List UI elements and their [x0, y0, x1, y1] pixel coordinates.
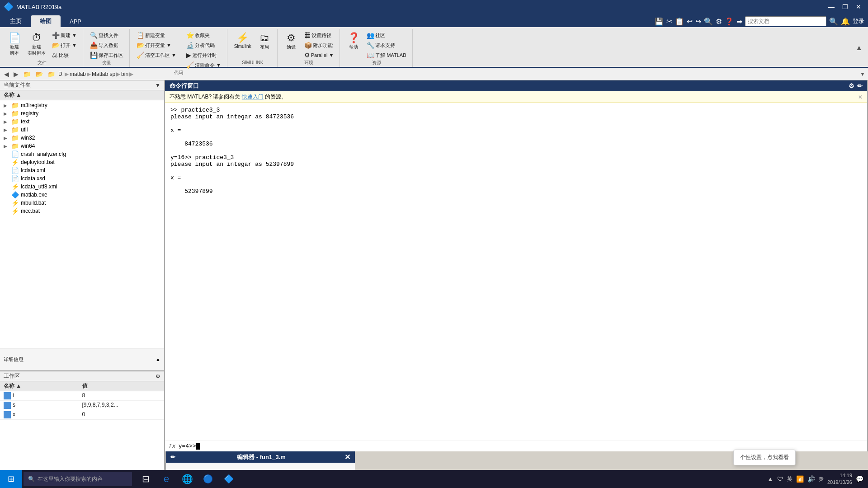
notification-icon[interactable]: 🔔 [841, 17, 850, 26]
addr-dropdown[interactable]: ▼ [860, 71, 865, 77]
list-item[interactable]: ⚡ mbuild.bat [0, 199, 164, 207]
simulink-button[interactable]: ⚡ Simulink [232, 31, 254, 50]
browse-button[interactable]: 📂 [34, 70, 44, 78]
find-files-button[interactable]: 🔍 查找文件 [88, 31, 126, 40]
sys-icon-wifi[interactable]: 📶 [796, 475, 804, 483]
maximize-button[interactable]: ❐ [839, 2, 851, 12]
list-item[interactable]: ⚡ mcc.bat [0, 207, 164, 215]
compare-button[interactable]: ⚖ 比较 [50, 51, 79, 60]
toolbar-icon-3[interactable]: 📋 [675, 17, 684, 26]
sys-icon-shield[interactable]: 🛡 [777, 475, 783, 483]
toolbar-icon-8[interactable]: ❓ [725, 17, 734, 26]
cmd-notice-close[interactable]: ✕ [858, 94, 863, 100]
back-button[interactable]: ◀ [3, 70, 10, 78]
path-part-2[interactable]: Matlab sp [92, 71, 115, 77]
up-button[interactable]: 📁 [22, 70, 32, 78]
toolbar-icon-9[interactable]: ➡ [736, 17, 742, 26]
sys-icon-1[interactable]: ▲ [767, 475, 774, 483]
cmd-settings-icon[interactable]: ⚙ [849, 82, 854, 89]
parallel-button[interactable]: ⚙ Parallel ▼ [302, 51, 336, 60]
list-item[interactable]: ⚡ lcdata_utf8.xml [0, 183, 164, 191]
analyze-code-button[interactable]: 🔬 分析代码 [184, 41, 223, 50]
details-expand[interactable]: ▲ [156, 357, 160, 362]
cmd-line-8: y=16>> practice3_3 [170, 154, 862, 161]
request-support-button[interactable]: 🔧 请求支持 [364, 41, 408, 50]
cmd-notice-link[interactable]: 快速入门 [242, 94, 264, 100]
login-label[interactable]: 登录 [853, 17, 864, 25]
ws-row-s[interactable]: s [9,9,8,7,9,3,2... [0, 401, 164, 410]
tab-home[interactable]: 主页 [1, 15, 31, 27]
list-item[interactable]: ▶ 📁 registry [0, 109, 164, 117]
editor-body[interactable] [166, 463, 355, 470]
list-item[interactable]: ▶ 📁 text [0, 117, 164, 126]
preferences-button[interactable]: ⚙ 预设 [282, 31, 300, 52]
cmd-line-13: 52397899 [170, 188, 862, 195]
toolbar-icon-7[interactable]: ⚙ [716, 17, 722, 26]
taskbar-app-matlab[interactable]: 🔷 [219, 470, 239, 488]
community-button[interactable]: 👥 社区 [364, 31, 408, 40]
open-button[interactable]: 📂 打开 ▼ [50, 41, 79, 50]
minimize-button[interactable]: — [826, 2, 837, 12]
list-item[interactable]: ⚡ deploytool.bat [0, 158, 164, 166]
file-browser-menu[interactable]: ▼ [155, 82, 160, 89]
learn-matlab-button[interactable]: 📖 了解 MATLAB [364, 51, 408, 60]
taskbar-search[interactable]: 🔍 在这里输入你要搜索的内容 [24, 472, 132, 486]
taskbar-app-browser2[interactable]: 🔵 [198, 470, 218, 488]
editor-close-button[interactable]: ✕ [344, 453, 350, 461]
close-button[interactable]: ✕ [853, 2, 864, 12]
search-icon[interactable]: 🔍 [829, 17, 838, 26]
taskbar-app-task-view[interactable]: ⊟ [136, 470, 156, 488]
toolbar-icon-2[interactable]: ✂ [666, 17, 672, 26]
forward-button[interactable]: ▶ [12, 70, 20, 78]
taskbar-app-edge[interactable]: 🌐 [177, 470, 197, 488]
import-data-button[interactable]: 📥 导入数据 [88, 41, 126, 50]
help-button[interactable]: ❓ 帮助 [344, 31, 363, 52]
notification-action-icon[interactable]: 💬 [856, 475, 863, 483]
list-item[interactable]: 📄 crash_analyzer.cfg [0, 150, 164, 158]
list-item[interactable]: ▶ 📁 util [0, 126, 164, 134]
sys-icon-volume[interactable]: 🔊 [807, 475, 815, 483]
layout-button[interactable]: 🗂 布局 [255, 31, 274, 52]
workspace-menu[interactable]: ⚙ [156, 373, 160, 380]
list-item[interactable]: ▶ 📁 win64 [0, 142, 164, 150]
list-item[interactable]: 🔷 matlab.exe [0, 191, 164, 199]
taskbar-app-ie[interactable]: e [156, 470, 176, 488]
toolbar-icon-5[interactable]: ↪ [695, 17, 701, 26]
ribbon-search-input[interactable] [745, 16, 826, 26]
open-variable-button[interactable]: 📂 打开变量 ▼ [134, 41, 179, 50]
path-part-1[interactable]: matlab [70, 71, 86, 77]
cmd-body[interactable]: >> practice3_3 please input an integar a… [165, 103, 867, 441]
run-time-button[interactable]: ▶ 运行并计时 [184, 51, 223, 60]
clear-cmd-button[interactable]: 🧹 清除命令 ▼ [184, 61, 223, 70]
toolbar-icon-6[interactable]: 🔍 [704, 17, 713, 26]
cmd-edit-icon[interactable]: ✏ [857, 82, 863, 89]
save-workspace-button[interactable]: 💾 保存工作区 [88, 51, 126, 60]
toolbar-icon-4[interactable]: ↩ [687, 17, 693, 26]
time-block[interactable]: 14:19 2019/10/26 [827, 472, 852, 486]
new-variable-button[interactable]: 📋 新建变量 [134, 31, 179, 40]
set-path-button[interactable]: 🛤 设置路径 [302, 31, 336, 40]
clear-workspace-button[interactable]: 🧹 清空工作区 ▼ [134, 51, 179, 60]
file-icon: ⚡ [11, 159, 19, 166]
tab-plot[interactable]: 绘图 [31, 15, 61, 27]
ws-row-x[interactable]: x 0 [0, 410, 164, 420]
sys-icon-lang[interactable]: 英 [787, 475, 793, 483]
list-item[interactable]: 📄 lcdata.xml [0, 166, 164, 174]
ws-row-i[interactable]: i 8 [0, 391, 164, 401]
favorites-button[interactable]: ⭐ 收藏夹 [184, 31, 223, 40]
new-button[interactable]: ➕ 新建 ▼ [50, 31, 79, 40]
path-part-0[interactable]: D: [58, 71, 64, 77]
new-live-script-button[interactable]: ⏱ 新建实时脚本 [25, 31, 48, 58]
toolbar-icon-1[interactable]: 💾 [655, 17, 664, 26]
list-item[interactable]: 📄 lcdata.xsd [0, 174, 164, 183]
tab-app[interactable]: APP [61, 15, 90, 27]
new-script-button[interactable]: 📄 新建脚本 [5, 31, 24, 58]
path-part-3[interactable]: bin [121, 71, 128, 77]
notification-popup[interactable]: 个性设置，点我看看 [733, 450, 796, 465]
sys-icon-battery[interactable]: 黄 [819, 476, 824, 483]
list-item[interactable]: ▶ 📁 win32 [0, 134, 164, 142]
list-item[interactable]: ▶ 📁 m3iregistry [0, 101, 164, 109]
add-features-button[interactable]: 📦 附加功能 [302, 41, 336, 50]
ribbon-collapse-icon[interactable]: ▲ [855, 44, 863, 52]
start-button[interactable]: ⊞ [0, 470, 22, 488]
